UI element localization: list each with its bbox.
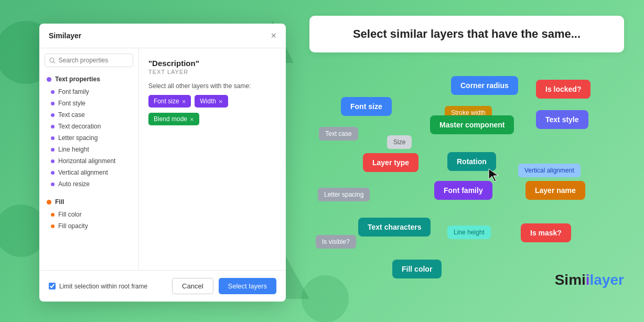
select-layers-button[interactable]: Select layers (219, 278, 276, 294)
chip-text-style[interactable]: Text style (536, 110, 588, 129)
chip-is-visible[interactable]: Is visible? (316, 235, 356, 249)
checkbox-label: Limit selection within root frame (59, 283, 147, 290)
sidebar-item-fill-opacity[interactable]: Fill opacity (39, 220, 138, 232)
fill-section: Fill (39, 195, 138, 209)
sidebar-dot (51, 102, 55, 105)
chip-layer-type[interactable]: Layer type (363, 153, 418, 172)
logo-area: Simiilayer (555, 272, 624, 288)
right-panel: Select similar layers that have the same… (309, 16, 624, 306)
text-properties-section: Text properties (39, 72, 138, 86)
chip-font-size[interactable]: Font size (341, 97, 392, 116)
sidebar-item-letter-spacing[interactable]: Letter spacing (39, 132, 138, 144)
chip-letter-spacing[interactable]: Letter spacing (318, 188, 370, 201)
modal-footer: Limit selection within root frame Cancel… (39, 270, 286, 302)
chip-layer-name[interactable]: Layer name (525, 181, 585, 200)
sidebar-item-vertical-alignment[interactable]: Vertical alignment (39, 167, 138, 178)
modal-title: Similayer (49, 31, 81, 40)
chip-is-mask[interactable]: Is mask? (521, 223, 571, 242)
sidebar-dot (51, 148, 55, 152)
search-container[interactable] (45, 53, 133, 67)
chip-vertical-alignment[interactable]: Vertical alignment (518, 164, 581, 177)
tag-remove-blend-mode[interactable]: × (190, 116, 194, 123)
chip-master-component[interactable]: Master component (430, 115, 514, 134)
chip-size[interactable]: Size (387, 135, 412, 149)
tags-row-2: Blend mode × (148, 113, 276, 125)
cursor-icon (488, 168, 499, 183)
sidebar-dot (51, 159, 55, 163)
logo-sim: Simi (555, 272, 586, 288)
select-label: Select all other layers with the same: (148, 82, 276, 90)
footer-buttons: Cancel Select layers (172, 278, 276, 294)
fill-dot (47, 200, 51, 205)
cancel-button[interactable]: Cancel (172, 278, 213, 294)
sidebar-dot (51, 136, 55, 140)
sidebar-item-font-style[interactable]: Font style (39, 98, 138, 109)
chip-corner-radius[interactable]: Corner radius (451, 76, 518, 95)
sidebar-dot (51, 125, 55, 128)
tag-remove-width[interactable]: × (219, 98, 223, 105)
sidebar-item-font-family[interactable]: Font family (39, 86, 138, 98)
checkbox-row: Limit selection within root frame (49, 283, 147, 290)
modal-main: "Description" TEXT LAYER Select all othe… (139, 48, 286, 270)
modal-body: Text properties Font family Font style T… (39, 48, 286, 270)
sidebar: Text properties Font family Font style T… (39, 48, 139, 270)
logo: Simiilayer (555, 272, 624, 288)
chip-is-locked[interactable]: Is locked? (536, 80, 591, 99)
sidebar-item-text-decoration[interactable]: Text decoration (39, 121, 138, 132)
layer-name: "Description" (148, 59, 276, 68)
tag-remove-font-size[interactable]: × (182, 98, 186, 105)
chip-line-height[interactable]: Line height (447, 226, 491, 239)
modal-header: Similayer × (39, 24, 286, 48)
tag-width[interactable]: Width × (195, 95, 228, 108)
sidebar-item-fill-color[interactable]: Fill color (39, 209, 138, 220)
sidebar-dot (51, 113, 55, 117)
chip-font-family[interactable]: Font family (434, 181, 492, 200)
layer-type: TEXT LAYER (148, 69, 276, 75)
text-properties-label: Text properties (55, 76, 100, 83)
chip-fill-color[interactable]: Fill color (392, 260, 442, 278)
search-input[interactable] (59, 57, 129, 64)
search-icon (49, 57, 56, 64)
sidebar-dot (51, 90, 55, 94)
sidebar-item-horizontal-alignment[interactable]: Horizontal alignment (39, 155, 138, 167)
tag-blend-mode[interactable]: Blend mode × (148, 113, 199, 125)
tags-row-1: Font size × Width × (148, 95, 276, 108)
chips-area: Font size Corner radius Stroke width Is … (309, 68, 624, 288)
sidebar-dot (51, 183, 55, 186)
logo-layer: layer (590, 272, 624, 288)
modal: Similayer × Text properties Font family (39, 24, 286, 302)
chip-text-characters[interactable]: Text characters (358, 218, 431, 237)
headline-box: Select similar layers that have the same… (309, 16, 624, 52)
svg-line-6 (53, 61, 55, 63)
logo-i: i (586, 272, 590, 288)
tag-font-size[interactable]: Font size × (148, 95, 191, 108)
limit-selection-checkbox[interactable] (49, 283, 56, 289)
sidebar-item-line-height[interactable]: Line height (39, 144, 138, 155)
sidebar-dot (51, 171, 55, 175)
headline-text: Select similar layers that have the same… (325, 27, 608, 41)
sidebar-dot (51, 213, 55, 217)
sidebar-item-text-case[interactable]: Text case (39, 109, 138, 121)
modal-close-button[interactable]: × (271, 31, 276, 40)
chip-text-case[interactable]: Text case (319, 127, 358, 141)
text-properties-dot (47, 77, 51, 82)
sidebar-item-auto-resize[interactable]: Auto resize (39, 178, 138, 190)
fill-label: Fill (55, 198, 64, 206)
sidebar-dot (51, 224, 55, 228)
